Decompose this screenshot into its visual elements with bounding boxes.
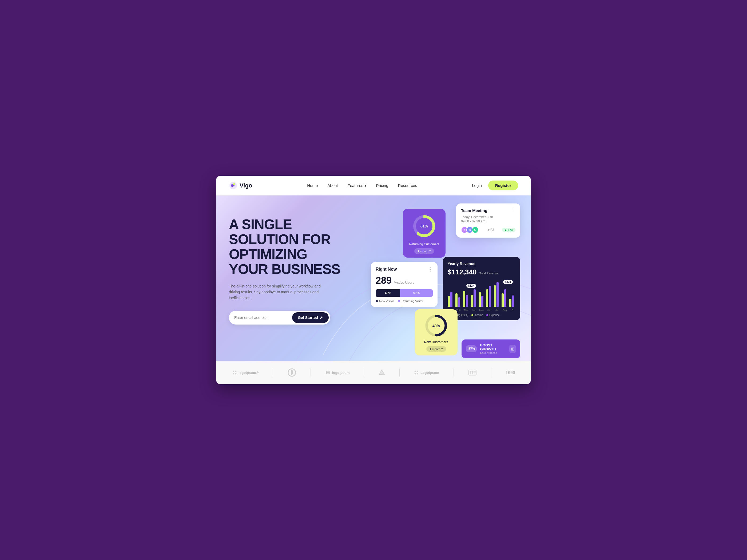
bar-jun-yellow — [486, 289, 488, 306]
logo-divider-5 — [454, 369, 454, 376]
bar-feb-purple — [458, 297, 460, 306]
partner-logo-4 — [379, 369, 385, 376]
eye-icon: 👁 — [487, 228, 490, 232]
logos-strip: logoipsum® logoipsum — [216, 361, 531, 384]
partner-icon-2 — [288, 368, 296, 377]
boost-icon: ⊞ — [509, 345, 516, 353]
bar-group-aug — [501, 289, 508, 306]
bar-group-jun — [486, 286, 492, 306]
legend-new: New Visitor — [376, 299, 394, 303]
legend-returning: Returning Visitor — [398, 299, 423, 303]
boost-subtitle: Sale process — [480, 351, 506, 354]
nav-pricing[interactable]: Pricing — [376, 183, 388, 188]
bar-s-purple — [512, 295, 514, 306]
bar-jul-purple — [496, 282, 499, 306]
month-jun: Jun — [486, 309, 492, 312]
bar-apr-purple — [473, 289, 476, 306]
returning-visitor-bar: 57% — [400, 289, 433, 297]
email-input[interactable] — [234, 316, 292, 320]
login-button[interactable]: Login — [472, 183, 482, 188]
widget-right-now: Right Now ⋮ 289 /Active Users 43% 57% — [371, 262, 438, 307]
hero-title: A SINGLE SOLUTION FOR OPTIMIZING YOUR BU… — [229, 217, 346, 277]
active-count: 289 /Active Users — [376, 275, 433, 286]
rightnow-title: Right Now — [376, 267, 397, 272]
expance-dot — [486, 314, 488, 316]
bar-group-feb — [456, 293, 462, 306]
bar-group-s — [509, 295, 515, 306]
meeting-menu-icon[interactable]: ⋮ — [511, 208, 515, 213]
svg-point-14 — [417, 371, 418, 372]
bar-s-yellow — [509, 299, 511, 306]
hero-left: A SINGLE SOLUTION FOR OPTIMIZING YOUR BU… — [229, 211, 346, 324]
navbar: Vigo Home About Features ▾ Pricing Resou… — [216, 176, 531, 195]
logo-divider-1 — [273, 369, 273, 376]
arrow-up-icon: ▲ — [504, 228, 507, 232]
bar-group-jul — [494, 282, 500, 306]
svg-point-7 — [235, 371, 236, 372]
returning-month-badge[interactable]: 1 month ▾ — [414, 248, 434, 254]
returning-donut-chart: 61% — [412, 214, 436, 238]
returning-percent-text: 61% — [420, 224, 428, 228]
brand-logo[interactable]: Vigo — [229, 181, 252, 190]
svg-point-16 — [417, 373, 418, 374]
hero-section: A SINGLE SOLUTION FOR OPTIMIZING YOUR BU… — [216, 195, 531, 361]
partner-icon-1 — [232, 370, 237, 375]
month-apr: Apr — [471, 309, 477, 312]
svg-point-15 — [415, 373, 416, 374]
nav-resources[interactable]: Resources — [398, 183, 417, 188]
chevron-down-icon: ▾ — [441, 347, 443, 351]
widgets-area: 61% Returning Customers 1 month ▾ Team M… — [371, 204, 520, 358]
meeting-title: Team Meeting — [461, 208, 487, 213]
partner-logo-3: logoipsum — [325, 370, 350, 375]
revenue-title: Yearly Revenue — [448, 262, 515, 266]
bar-group-may — [479, 292, 485, 306]
revenue-amount: $112,340 /Total Revenue — [448, 268, 515, 276]
get-started-button[interactable]: Get Started ↗ — [292, 312, 329, 323]
month-s: S — [509, 309, 515, 312]
rightnow-menu-icon[interactable]: ⋮ — [428, 267, 433, 272]
nav-links: Home About Features ▾ Pricing Resources — [307, 183, 417, 188]
boost-title: BOOST GROWTH — [480, 343, 506, 351]
meeting-date: Today, December 08th — [461, 215, 515, 219]
new-customers-label: New Customers — [419, 340, 453, 344]
legend-expance: Expance — [486, 314, 500, 317]
bar-jun-purple — [489, 286, 491, 306]
partner-icon-4 — [379, 369, 385, 376]
bar-aug-purple — [504, 289, 506, 306]
svg-point-1 — [233, 183, 235, 185]
new-visitor-bar: 43% — [376, 289, 400, 297]
legend-income: Income — [471, 314, 483, 317]
new-customers-donut: 49% — [424, 314, 448, 338]
widget-new-customers: 49% New Customers 1 month ▾ — [415, 309, 458, 355]
returning-label: Returning Customers — [407, 242, 441, 246]
new-percent-text: 49% — [433, 324, 440, 328]
meeting-priority: ▲ Low — [502, 228, 515, 232]
chevron-down-icon: ▾ — [364, 183, 366, 188]
nav-features[interactable]: Features ▾ — [347, 183, 366, 188]
boost-text: BOOST GROWTH Sale process — [480, 343, 506, 354]
income-dot — [471, 314, 473, 316]
visitor-progress-bar: 43% 57% — [376, 289, 433, 297]
chart-tooltip-2: $47k — [503, 280, 513, 284]
nav-home[interactable]: Home — [307, 183, 318, 188]
partner-icon-6 — [468, 369, 477, 376]
new-customers-month[interactable]: 1 month ▾ — [426, 346, 446, 352]
arrow-icon: ↗ — [319, 316, 323, 320]
bar-mar-purple — [466, 295, 468, 306]
avatar-3: C — [472, 226, 479, 233]
chart-tooltip-1: $12k — [466, 284, 476, 288]
returning-visitor-dot — [398, 300, 400, 302]
page-wrapper: Vigo Home About Features ▾ Pricing Resou… — [216, 176, 531, 384]
register-button[interactable]: Register — [488, 181, 518, 190]
bar-feb-yellow — [456, 293, 458, 306]
partner-icon-3 — [325, 370, 331, 375]
partner-logo-1: logoipsum® — [232, 370, 259, 375]
bar-apr-yellow — [471, 295, 473, 306]
bar-may-yellow — [479, 292, 481, 306]
chevron-down-icon: ▾ — [429, 249, 431, 253]
bar-mar-yellow — [463, 291, 465, 306]
email-form: Get Started ↗ — [229, 311, 330, 324]
nav-about[interactable]: About — [327, 183, 338, 188]
partner-logo-7: l090 — [506, 370, 515, 375]
boost-percent: 57% — [466, 345, 477, 352]
